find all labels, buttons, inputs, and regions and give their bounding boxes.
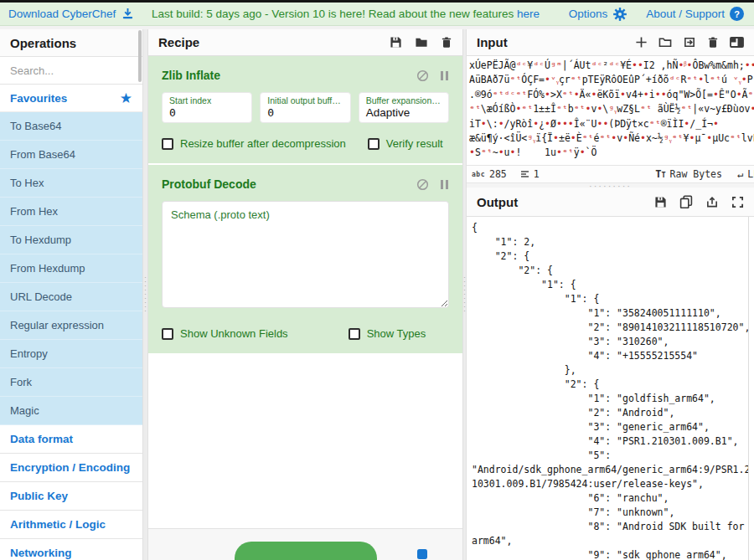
character-encoding-icon[interactable]: TT xyxy=(655,168,665,180)
category-networking[interactable]: Networking xyxy=(0,539,142,560)
output-scrollbar[interactable] xyxy=(748,217,754,560)
checkbox-label: Show Types xyxy=(367,327,426,340)
options-link[interactable]: Options xyxy=(569,8,608,20)
checkbox-show-unknown-fields[interactable]: Show Unknown Fields xyxy=(162,327,288,340)
add-input-tab-icon[interactable] xyxy=(635,36,648,49)
checkbox-box[interactable] xyxy=(162,138,173,150)
breakpoint-pause-icon[interactable] xyxy=(440,179,449,190)
checkbox-box[interactable] xyxy=(349,328,360,340)
recipe-op-zlib-inflate[interactable]: Zlib Inflate Start index 0 xyxy=(148,56,462,163)
operations-panel: Operations Favourites ★ To Base64 From B… xyxy=(0,29,142,560)
output-area[interactable]: { "1": 2, "2": { "2": { "1": { "1": { "1… xyxy=(467,217,754,560)
input-status-bar: abc 285 1 TT Raw Bytes ↵ LF xyxy=(467,165,754,182)
splitter-dots: ········· xyxy=(142,276,150,314)
arg-value[interactable]: 0 xyxy=(267,106,343,119)
op-title-protobuf-decode: Protobuf Decode xyxy=(162,177,416,191)
download-icon[interactable] xyxy=(121,8,134,20)
operation-item-entropy[interactable]: Entropy xyxy=(0,340,142,368)
category-public-key[interactable]: Public Key xyxy=(0,482,142,511)
checkbox-box[interactable] xyxy=(368,138,380,150)
op-title-zlib-inflate: Zlib Inflate xyxy=(162,69,416,82)
input-layout-icon[interactable] xyxy=(730,36,744,49)
checkbox-show-types[interactable]: Show Types xyxy=(349,327,426,340)
clear-recipe-trash-icon[interactable] xyxy=(441,36,452,49)
favourites-header[interactable]: Favourites ★ xyxy=(0,85,142,112)
disable-op-icon[interactable] xyxy=(416,178,429,191)
output-title: Output xyxy=(477,195,654,209)
operation-item-to-base64[interactable]: To Base64 xyxy=(0,112,142,141)
arg-start-index[interactable]: Start index 0 xyxy=(162,92,252,123)
char-count-icon: abc xyxy=(472,171,485,178)
load-recipe-folder-icon[interactable] xyxy=(415,36,428,49)
operations-recipe-splitter[interactable]: ········· xyxy=(142,29,148,560)
input-line: iT•\:•/yRòî•¿•Ø•••Î«¨U••(ÞDÿt×cᵉᵗ®ïÌI•/_… xyxy=(469,117,754,131)
breakpoint-pause-icon[interactable] xyxy=(440,70,449,81)
replace-input-with-output-icon[interactable] xyxy=(705,196,719,208)
schema-textarea[interactable] xyxy=(162,201,449,308)
arg-initial-output-buffer[interactable]: Initial output buffer... 0 xyxy=(260,92,350,123)
recipe-footer xyxy=(148,528,462,560)
open-file-folder-icon[interactable] xyxy=(658,36,672,49)
category-arithmetic-logic[interactable]: Arithmetic / Logic xyxy=(0,511,142,539)
category-encryption-encoding[interactable]: Encryption / Encoding xyxy=(0,454,142,482)
arg-value[interactable]: 0 xyxy=(169,106,245,119)
operation-item-from-hexdump[interactable]: From Hexdump xyxy=(0,254,142,283)
arg-label: Buffer expansion t... xyxy=(366,95,442,105)
operation-item-magic[interactable]: Magic xyxy=(0,397,142,425)
recipe-op-protobuf-decode[interactable]: Protobuf Decode Show Unknown Fiel xyxy=(148,165,462,353)
gear-icon[interactable] xyxy=(612,7,627,22)
save-recipe-icon[interactable] xyxy=(390,36,402,49)
line-count: 1 xyxy=(534,168,540,180)
top-banner: Download CyberChef Last build: 5 days ag… xyxy=(0,3,754,26)
download-cyberchef-link[interactable]: Download CyberChef xyxy=(8,8,116,20)
recipe-panel: Recipe Zlib Inflate xyxy=(148,29,462,560)
build-notice: Last build: 5 days ago - Version 10 is h… xyxy=(134,8,556,20)
output-panel-header: Output xyxy=(467,188,754,217)
save-output-icon[interactable] xyxy=(654,196,667,208)
disable-op-icon[interactable] xyxy=(416,69,429,82)
input-line: .®9óᵉᵗᵈᶜᵉᵗFÓ%•>Xᵉᵗ•Ä«•ëKõï•v4+•i••óq"W>Õ… xyxy=(469,88,754,102)
auto-bake-checkbox[interactable] xyxy=(417,549,427,559)
input-panel-header: Input xyxy=(467,29,754,56)
category-data-format[interactable]: Data format xyxy=(0,425,142,454)
recipe-empty-area xyxy=(148,355,462,528)
eol-icon[interactable]: ↵ xyxy=(737,168,743,180)
search-input[interactable] xyxy=(0,64,142,77)
open-folder-as-input-icon[interactable] xyxy=(683,36,696,49)
operation-item-from-base64[interactable]: From Base64 xyxy=(0,141,142,169)
sidebar-scrollbar[interactable] xyxy=(138,30,142,82)
maximize-output-icon[interactable] xyxy=(731,196,744,208)
checkbox-label: Verify result xyxy=(386,137,443,150)
eol-value[interactable]: LF xyxy=(747,168,754,180)
checkbox-label: Resize buffer after decompression xyxy=(180,137,346,150)
bake-button[interactable] xyxy=(235,542,377,560)
star-icon[interactable]: ★ xyxy=(120,91,132,105)
checkbox-label: Show Unknown Fields xyxy=(180,327,288,340)
about-support-link[interactable]: About / Support xyxy=(646,8,725,20)
favourites-label: Favourites xyxy=(10,92,120,105)
arg-value[interactable]: Adaptive xyxy=(366,106,442,119)
arg-buffer-expansion-select[interactable]: Buffer expansion t... Adaptive xyxy=(359,92,449,123)
checkbox-verify-result[interactable]: Verify result xyxy=(368,137,443,150)
operation-item-url-decode[interactable]: URL Decode xyxy=(0,283,142,311)
input-line: •Sᵉᵗ~•u•! 1u•ᵉᵗÿ•`Ö xyxy=(469,146,754,160)
character-encoding-value[interactable]: Raw Bytes xyxy=(670,168,722,180)
arg-label: Initial output buffer... xyxy=(267,95,343,105)
checkbox-box[interactable] xyxy=(162,328,173,340)
input-title: Input xyxy=(477,35,635,49)
new-features-link[interactable]: here xyxy=(517,8,540,20)
operation-item-from-hex[interactable]: From Hex xyxy=(0,198,142,226)
line-count-icon xyxy=(520,170,529,178)
input-editor[interactable]: xÚePËJÃ@ᵈᶜ¥ᵈᶜÚᵍᵐ|´ÁUtᵈᶜ²ᵈᶜ¥É••I2 ‚hÑ•ᵝ•Ô… xyxy=(467,56,754,165)
operation-item-to-hex[interactable]: To Hex xyxy=(0,169,142,198)
build-notice-text: Last build: 5 days ago - Version 10 is h… xyxy=(152,8,514,20)
copy-output-icon[interactable] xyxy=(679,195,693,208)
input-line: AüBAð7üᵉᵗÓÇF=•ᵛᵧçrᵉᵗpTEÿRôOEûP´+íðõᵈᶜRᵉᵗ… xyxy=(469,73,754,87)
help-icon[interactable]: ? xyxy=(730,7,744,21)
operation-item-fork[interactable]: Fork xyxy=(0,368,142,397)
operation-item-to-hexdump[interactable]: To Hexdump xyxy=(0,226,142,254)
clear-io-trash-icon[interactable] xyxy=(707,36,719,49)
operation-item-regular-expression[interactable]: Regular expression xyxy=(0,311,142,340)
checkbox-resize-buffer[interactable]: Resize buffer after decompression xyxy=(162,137,346,150)
output-json-text: { "1": 2, "2": { "2": { "1": { "1": { "1… xyxy=(467,217,754,560)
